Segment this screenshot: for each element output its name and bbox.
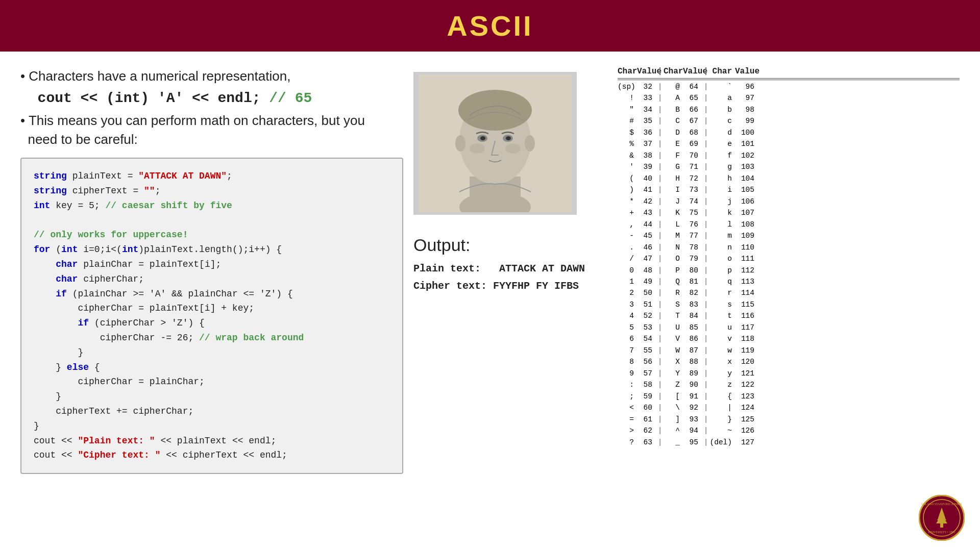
cell-char3: t — [709, 310, 735, 321]
code-line-1: string plainText = "ATTACK AT DAWN"; — [34, 169, 390, 184]
cell-char2: K — [664, 207, 683, 218]
code-line-3: int key = 5; // caesar shift by five — [34, 198, 390, 213]
table-row: 9 57 | Y 89 | y 121 — [618, 368, 960, 379]
slide-header: ASCII — [0, 0, 980, 52]
cell-char2: T — [664, 310, 683, 321]
cell-char2: S — [664, 299, 683, 310]
cell-char1: 5 — [618, 322, 637, 333]
cell-val1: 52 — [637, 310, 656, 321]
cell-char1: = — [618, 414, 637, 425]
cell-val3: 98 — [735, 104, 754, 115]
cell-val2: 77 — [683, 230, 702, 241]
cell-val2: 74 — [683, 196, 702, 207]
cell-char3: y — [709, 368, 735, 379]
cell-val3: 116 — [735, 310, 754, 321]
cell-val2: 71 — [683, 161, 702, 172]
cell-val1: 49 — [637, 276, 656, 287]
table-row: & 38 | F 70 | f 102 — [618, 150, 960, 161]
cell-val3: 121 — [735, 368, 754, 379]
table-row: ! 33 | A 65 | a 97 — [618, 92, 960, 104]
cell-val1: 33 — [637, 92, 656, 104]
cell-char1: $ — [618, 127, 637, 138]
cell-val3: 106 — [735, 196, 754, 207]
cell-char3: i — [709, 184, 735, 195]
cell-char2: W — [664, 345, 683, 356]
cell-char2: I — [664, 184, 683, 195]
svg-rect-20 — [940, 523, 943, 528]
cell-val2: 92 — [683, 402, 702, 413]
code-line-cout1: cout << "Plain text: " << plainText << e… — [34, 434, 390, 448]
cell-val2: 79 — [683, 253, 702, 264]
bullet-2: • This means you can perform math on cha… — [20, 111, 403, 148]
code-line-for: for (int i=0;i<(int)plainText.length();i… — [34, 242, 390, 257]
cell-val2: 83 — [683, 299, 702, 310]
cell-char2: Y — [664, 368, 683, 379]
cell-val1: 63 — [637, 437, 656, 448]
cell-char1: ; — [618, 391, 637, 402]
cell-val2: 66 — [683, 104, 702, 115]
cell-char3: u — [709, 322, 735, 333]
cell-val3: 122 — [735, 379, 754, 390]
cell-char1: ? — [618, 437, 637, 448]
main-content: • Characters have a numerical representa… — [0, 52, 980, 551]
cell-char1: * — [618, 196, 637, 207]
table-row: = 61 | ] 93 | } 125 — [618, 414, 960, 425]
cell-val2: 68 — [683, 127, 702, 138]
code-line-assign1: cipherChar = plainText[i] + key; — [34, 301, 390, 316]
cell-val2: 75 — [683, 207, 702, 218]
header-char1: Char — [618, 67, 637, 76]
cell-char1: 6 — [618, 333, 637, 344]
cell-val3: 100 — [735, 127, 754, 138]
cell-char2: M — [664, 230, 683, 241]
cell-char3: ` — [709, 81, 735, 92]
cell-char1: + — [618, 207, 637, 218]
header-char2: Char — [664, 67, 683, 76]
table-row: 7 55 | W 87 | w 119 — [618, 345, 960, 356]
cell-char3: z — [709, 379, 735, 390]
cell-char3: l — [709, 219, 735, 230]
cell-val2: 87 — [683, 345, 702, 356]
cell-char1: 0 — [618, 265, 637, 276]
cell-val3: 105 — [735, 184, 754, 195]
table-row: ? 63 | _ 95 | (del) 127 — [618, 437, 960, 448]
cell-val3: 96 — [735, 81, 754, 92]
cell-val3: 99 — [735, 115, 754, 127]
cell-char3: } — [709, 414, 735, 425]
cell-char2: G — [664, 161, 683, 172]
cell-char1: 4 — [618, 310, 637, 321]
cell-char2: E — [664, 138, 683, 149]
cell-val1: 60 — [637, 402, 656, 413]
cell-val1: 32 — [637, 81, 656, 92]
cell-char1: 1 — [618, 276, 637, 287]
cell-val1: 48 — [637, 265, 656, 276]
bullet-1: • Characters have a numerical representa… — [20, 67, 403, 85]
cell-val1: 47 — [637, 253, 656, 264]
cell-val1: 36 — [637, 127, 656, 138]
cell-char3: | — [709, 402, 735, 413]
table-row: + 43 | K 75 | k 107 — [618, 207, 960, 218]
cell-val2: 70 — [683, 150, 702, 161]
cell-char2: V — [664, 333, 683, 344]
code-line-assign4: cipherText += cipherChar; — [34, 404, 390, 419]
bullet-symbol-2: • — [20, 113, 25, 128]
cell-char2: [ — [664, 391, 683, 402]
cell-char2: P — [664, 265, 683, 276]
cell-val3: 103 — [735, 161, 754, 172]
cell-char2: ] — [664, 414, 683, 425]
cell-char3: s — [709, 299, 735, 310]
cell-char3: k — [709, 207, 735, 218]
cell-val2: 64 — [683, 81, 702, 92]
code-line-char1: char plainChar = plainText[i]; — [34, 257, 390, 272]
cell-val3: 114 — [735, 287, 754, 298]
cell-val2: 80 — [683, 265, 702, 276]
cell-val1: 41 — [637, 184, 656, 195]
code-text: cout << (int) 'A' << endl; — [38, 90, 261, 106]
code-line-if1: if (plainChar >= 'A' && plainChar <= 'Z'… — [34, 287, 390, 302]
cell-char1: # — [618, 115, 637, 127]
cell-val2: 72 — [683, 173, 702, 184]
cell-val2: 93 — [683, 414, 702, 425]
cell-val1: 56 — [637, 356, 656, 367]
cell-char1: % — [618, 138, 637, 149]
cell-val3: 97 — [735, 92, 754, 104]
svg-text:LELAND STANFORD JUNIOR: LELAND STANFORD JUNIOR — [921, 503, 962, 506]
